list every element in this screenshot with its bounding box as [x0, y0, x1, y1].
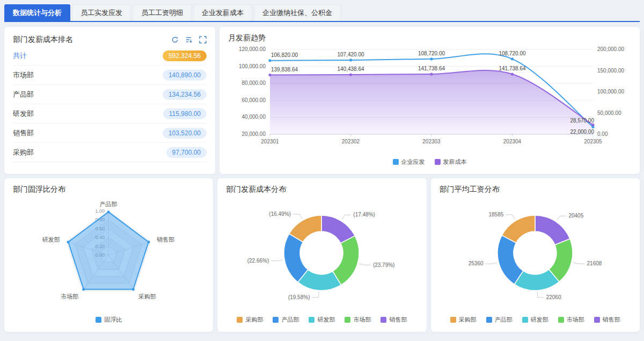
data-label: 106,820.00	[271, 52, 298, 57]
data-point[interactable]	[349, 73, 352, 76]
refresh-icon[interactable]	[171, 36, 179, 43]
pie-label: (19.58%)	[288, 294, 310, 300]
area-fill	[270, 70, 593, 134]
tab-item-4[interactable]: 企业缴纳社保、公积金	[254, 4, 341, 21]
y-axis-right-label: 100,000.00	[597, 89, 624, 95]
radar-point	[148, 241, 150, 243]
radar-value-area[interactable]	[68, 212, 149, 289]
trend-line-svg: 120,000.00100,000.0080,000.0060,000.0040…	[228, 44, 631, 155]
legend-label: 企业应发	[401, 158, 425, 166]
data-point[interactable]	[268, 73, 271, 76]
legend-item[interactable]: 市场部	[345, 316, 371, 324]
top-row: 部门发薪成本排名 共计592,324.56市场部140,890.00产品部134…	[4, 27, 640, 174]
data-label: 139,838.64	[271, 66, 298, 72]
radar-chart[interactable]: 0.000.200.400.600.801.00产品部销售部采购部市场部研发部	[13, 194, 204, 314]
cost_pie-svg: (17.48%)(23.79%)(19.58%)(22.66%)(16.49%)	[226, 195, 418, 313]
legend-label: 固浮比	[104, 316, 122, 324]
label-line	[360, 264, 371, 265]
legend-item[interactable]: 产品部	[486, 316, 513, 324]
salary-pie-legend: 采购部产品部研发部市场部销售部	[440, 314, 631, 325]
ranking-title: 部门发薪成本排名	[13, 35, 73, 45]
data-point[interactable]	[268, 59, 271, 62]
cost-value-badge: 97,700.00	[166, 147, 207, 158]
salary_pie-svg: 2040521608220602536018585	[440, 195, 631, 313]
radar-indicator-label: 销售部	[157, 236, 175, 243]
legend-swatch	[393, 159, 399, 165]
pie-label: (17.48%)	[354, 212, 376, 217]
ranking-row[interactable]: 产品部134,234.56	[13, 85, 207, 104]
radar-indicator-label: 研发部	[42, 236, 60, 243]
ranking-row[interactable]: 研发部115,980.00	[13, 104, 207, 124]
radar-panel: 部门固浮比分布 0.000.200.400.600.801.00产品部销售部采购…	[4, 178, 213, 332]
tab-item-3[interactable]: 企业发薪成本	[193, 4, 252, 21]
legend-item[interactable]: 销售部	[594, 316, 620, 324]
legend-item[interactable]: 市场部	[558, 316, 584, 324]
data-label: 22,000.00	[570, 128, 595, 134]
cost-value-badge: 115,980.00	[163, 108, 207, 119]
legend-item[interactable]: 发薪成本	[435, 158, 467, 166]
ranking-row[interactable]: 共计592,324.56	[13, 46, 207, 66]
bottom-row: 部门固浮比分布 0.000.200.400.600.801.00产品部销售部采购…	[4, 178, 640, 332]
tab-bar: 数据统计与分析员工实发应发员工工资明细企业发薪成本企业缴纳社保、公积金	[4, 4, 640, 22]
ranking-row[interactable]: 市场部140,890.00	[13, 66, 207, 85]
label-line	[342, 215, 352, 220]
legend-item[interactable]: 固浮比	[96, 316, 122, 324]
pie-label: 21608	[587, 260, 602, 266]
ranking-tools	[171, 36, 207, 43]
data-point[interactable]	[511, 72, 514, 75]
label-line	[293, 214, 302, 219]
x-axis-label: 202305	[584, 139, 602, 144]
sort-icon[interactable]	[185, 36, 193, 43]
legend-item[interactable]: 采购部	[237, 316, 263, 324]
pie-label: (16.49%)	[269, 211, 291, 217]
legend-swatch	[558, 317, 564, 323]
cost-value-badge: 592,324.56	[163, 50, 207, 61]
legend-item[interactable]: 采购部	[450, 316, 477, 324]
pie-label: (23.79%)	[373, 262, 395, 268]
pie-slice-0[interactable]	[535, 215, 570, 245]
x-axis-label: 202302	[342, 139, 360, 144]
data-point[interactable]	[511, 57, 514, 60]
salary-pie-chart[interactable]: 2040521608220602536018585	[440, 194, 631, 314]
trend-chart[interactable]: 120,000.00100,000.0080,000.0060,000.0040…	[228, 43, 631, 156]
tab-item-0[interactable]: 数据统计与分析	[4, 4, 70, 21]
data-point[interactable]	[349, 59, 352, 61]
legend-item[interactable]: 企业应发	[393, 158, 425, 166]
legend-label: 产品部	[281, 316, 299, 324]
department-name: 采购部	[13, 148, 34, 157]
tab-item-1[interactable]: 员工实发应发	[72, 4, 131, 21]
ranking-row[interactable]: 销售部103,520.00	[13, 124, 207, 143]
label-line	[573, 263, 585, 264]
legend-label: 研发部	[531, 316, 548, 324]
legend-item[interactable]: 销售部	[380, 316, 407, 324]
data-label: 141,738.64	[418, 66, 445, 71]
x-axis-label: 202304	[503, 139, 522, 144]
trend-panel: 月发薪趋势 120,000.00100,000.0080,000.0060,00…	[219, 27, 640, 174]
pie-slice-3[interactable]	[497, 235, 523, 284]
legend-item[interactable]: 研发部	[309, 316, 335, 324]
pie-label: 22060	[546, 294, 561, 300]
x-axis-label: 202303	[422, 139, 441, 144]
cost-value-badge: 134,234.56	[163, 89, 207, 100]
department-name: 产品部	[13, 90, 34, 99]
salary-pie-panel: 部门平均工资分布 2040521608220602536018585 采购部产品…	[431, 178, 640, 332]
data-point[interactable]	[591, 124, 594, 126]
legend-label: 采购部	[245, 316, 263, 324]
legend-label: 产品部	[495, 316, 513, 324]
department-name: 研发部	[13, 109, 34, 119]
data-point[interactable]	[430, 57, 433, 60]
legend-item[interactable]: 研发部	[522, 316, 548, 324]
cost-pie-legend: 采购部产品部研发部市场部销售部	[226, 314, 418, 325]
legend-swatch	[594, 317, 600, 323]
data-point[interactable]	[430, 72, 433, 75]
data-label: 28,570.00	[570, 118, 595, 124]
legend-item[interactable]: 产品部	[273, 316, 299, 324]
y-axis-left-label: 20,000.00	[242, 131, 266, 137]
cost-pie-chart[interactable]: (17.48%)(23.79%)(19.58%)(22.66%)(16.49%)	[226, 194, 418, 314]
tab-item-2[interactable]: 员工工资明细	[133, 4, 192, 21]
department-name: 销售部	[13, 128, 34, 138]
fullscreen-icon[interactable]	[199, 36, 207, 43]
ranking-row[interactable]: 采购部97,700.00	[13, 143, 207, 162]
radar-svg: 0.000.200.400.600.801.00产品部销售部采购部市场部研发部	[13, 195, 204, 313]
legend-swatch	[486, 317, 492, 323]
